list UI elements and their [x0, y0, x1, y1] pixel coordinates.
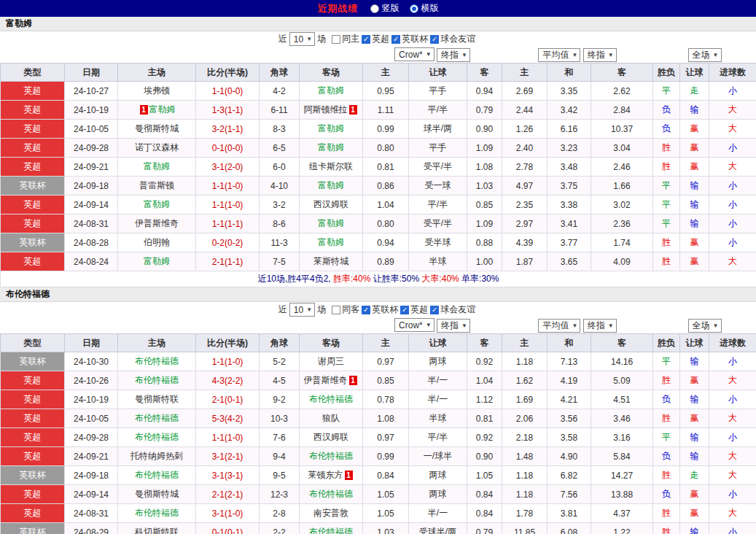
home-team-name[interactable]: 诺丁汉森林: [135, 142, 179, 152]
odds-final-select[interactable]: 终指▼: [437, 48, 470, 62]
corners-cell: 12-3: [260, 485, 300, 504]
avg-draw-cell: 3.35: [547, 82, 591, 101]
filter-checkbox[interactable]: 同客: [332, 303, 359, 316]
scope-select[interactable]: 全场▼: [688, 319, 722, 333]
home-team-name[interactable]: 伯明翰: [144, 237, 170, 247]
filter-checkbox[interactable]: ✓球会友谊: [430, 303, 475, 316]
red-card-badge: 1: [345, 471, 353, 480]
score-cell[interactable]: 1-3(1-1): [196, 101, 260, 120]
controls-spacer: [1, 317, 363, 334]
goals-cell: 大: [709, 371, 756, 390]
avg-home-cell: 2.78: [502, 158, 547, 177]
filter-checkbox[interactable]: ✓英超: [400, 303, 428, 316]
away-team-name[interactable]: 富勒姆: [318, 180, 344, 190]
odds-home-cell: 0.81: [363, 158, 409, 177]
recent-count-select[interactable]: 10 ▼: [289, 32, 315, 46]
score-cell[interactable]: 3-1(3-1): [196, 466, 260, 485]
score-cell[interactable]: 0-2(0-2): [196, 233, 260, 252]
layout-radio-option[interactable]: 竖版: [370, 2, 400, 15]
away-team-name[interactable]: 富勒姆: [318, 142, 344, 152]
avg-home-cell: 2.44: [502, 101, 547, 120]
filter-checkbox[interactable]: ✓英联杯: [362, 303, 398, 316]
away-team-name[interactable]: 布伦特福德: [309, 394, 353, 404]
home-team-name[interactable]: 布伦特福德: [135, 413, 179, 423]
score-cell[interactable]: 1-1(1-0): [196, 352, 260, 371]
filter-checkbox[interactable]: ✓英超: [362, 33, 389, 45]
avg-controls: 平均值▼ 终指▼: [502, 47, 653, 63]
away-team-name[interactable]: 莱顿东方: [308, 470, 343, 480]
score-cell[interactable]: 3-1(2-0): [196, 158, 260, 177]
away-team-name[interactable]: 富勒姆: [318, 237, 344, 247]
average-select[interactable]: 平均值▼: [538, 48, 580, 62]
handicap-result-cell: 赢: [680, 252, 709, 271]
away-team-name[interactable]: 布伦特福德: [309, 527, 353, 534]
home-team-name[interactable]: 富勒姆: [144, 161, 170, 171]
score-cell[interactable]: 0-1(0-1): [196, 523, 260, 534]
home-team-name[interactable]: 普雷斯顿: [139, 180, 174, 190]
away-team-name[interactable]: 富勒姆: [318, 123, 344, 134]
recent-count-select[interactable]: 10 ▼: [289, 303, 315, 317]
away-team-name[interactable]: 西汉姆联: [313, 432, 348, 442]
home-team-name[interactable]: 科切斯特联: [135, 527, 179, 534]
odds-company-select[interactable]: Crow*▼: [394, 318, 434, 332]
home-team-name[interactable]: 布伦特福德: [135, 508, 179, 518]
away-team-name[interactable]: 纽卡斯尔联: [309, 161, 353, 171]
away-team-name[interactable]: 谢周三: [318, 356, 344, 366]
score-cell[interactable]: 1-1(0-0): [196, 82, 260, 101]
date-cell: 24-10-19: [65, 390, 118, 409]
away-team-name[interactable]: 狼队: [322, 413, 340, 423]
away-team-name[interactable]: 富勒姆: [318, 218, 344, 228]
score-cell[interactable]: 2-1(1-1): [196, 252, 260, 271]
away-team-name[interactable]: 布伦特福德: [309, 451, 353, 461]
average-select[interactable]: 平均值▼: [538, 319, 580, 333]
score-cell[interactable]: 4-3(2-2): [196, 371, 260, 390]
away-team-name[interactable]: 富勒姆: [318, 85, 344, 96]
away-team-name[interactable]: 伊普斯维奇: [304, 375, 348, 385]
away-team-name[interactable]: 布伦特福德: [309, 489, 353, 499]
away-team-name[interactable]: 莱斯特城: [313, 256, 348, 266]
score-cell[interactable]: 5-3(4-2): [196, 409, 260, 428]
away-team-name[interactable]: 南安普敦: [313, 508, 348, 518]
score-cell[interactable]: 1-1(1-0): [196, 177, 260, 196]
score-cell[interactable]: 3-1(2-1): [196, 447, 260, 466]
home-team-name[interactable]: 布伦特福德: [135, 432, 179, 442]
filter-checkbox[interactable]: 同主: [332, 33, 359, 45]
home-team-name[interactable]: 布伦特福德: [135, 470, 179, 480]
home-team-name[interactable]: 富勒姆: [144, 199, 170, 209]
home-team-name[interactable]: 托特纳姆热刺: [130, 451, 183, 461]
away-team-name[interactable]: 阿斯顿维拉: [304, 104, 348, 115]
score-cell[interactable]: 2-1(0-1): [196, 390, 260, 409]
away-team-name[interactable]: 西汉姆联: [313, 199, 348, 209]
odds-away-cell: 0.79: [467, 523, 502, 534]
score-cell[interactable]: 1-1(1-0): [196, 196, 260, 214]
odds-final-select[interactable]: 终指▼: [437, 319, 470, 333]
home-team-name[interactable]: 埃弗顿: [144, 85, 170, 96]
avg-home-cell: 1.48: [502, 447, 547, 466]
scope-select[interactable]: 全场▼: [688, 48, 722, 62]
score-cell[interactable]: 0-1(0-0): [196, 139, 260, 158]
odds-controls: Crow*▼ 终指▼: [363, 317, 502, 334]
odds-company-select[interactable]: Crow*▼: [394, 47, 434, 61]
chevron-down-icon: ▼: [461, 322, 467, 329]
home-team-name[interactable]: 曼彻斯特联: [135, 394, 179, 404]
home-team-name[interactable]: 曼彻斯特城: [135, 123, 179, 134]
home-team-name[interactable]: 曼彻斯特城: [135, 489, 179, 499]
score-cell[interactable]: 3-2(1-1): [196, 120, 260, 139]
filter-checkbox[interactable]: ✓球会友谊: [430, 33, 475, 45]
home-team-name[interactable]: 布伦特福德: [135, 356, 179, 366]
goals-cell: 小: [709, 523, 756, 534]
home-team-name[interactable]: 富勒姆: [144, 256, 170, 266]
avg-draw-cell: 3.56: [547, 409, 591, 428]
score-cell[interactable]: 1-1(1-1): [196, 214, 260, 233]
filter-checkbox[interactable]: ✓英联杯: [391, 33, 428, 45]
score-cell[interactable]: 2-1(2-1): [196, 485, 260, 504]
summary-segment: 单率:30%: [459, 274, 499, 284]
home-team-name[interactable]: 布伦特福德: [135, 375, 179, 385]
score-cell[interactable]: 1-1(1-0): [196, 428, 260, 447]
home-team-name[interactable]: 伊普斯维奇: [135, 218, 179, 228]
home-team-name[interactable]: 富勒姆: [149, 104, 176, 115]
score-cell[interactable]: 3-1(1-0): [196, 504, 260, 523]
average-final-select[interactable]: 终指▼: [583, 319, 617, 333]
layout-radio-option[interactable]: 横版: [410, 2, 439, 15]
average-final-select[interactable]: 终指▼: [583, 48, 617, 62]
